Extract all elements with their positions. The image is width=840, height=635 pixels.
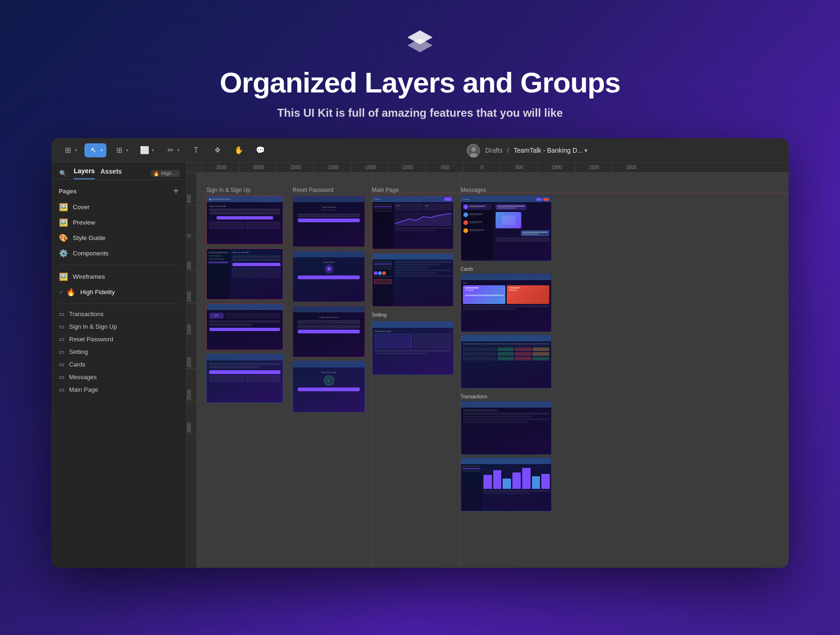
signin-frame-4[interactable]: [206, 354, 283, 403]
ruler-mark: -1000: [388, 162, 426, 173]
layer-messages-label: Messages: [69, 374, 97, 381]
messages-frame-1[interactable]: Messages: [461, 196, 552, 261]
page-item-components[interactable]: ⚙️ Components: [51, 246, 186, 261]
setting-frame-1[interactable]: Dashboard Settings: [372, 321, 454, 375]
breadcrumb: Drafts / TeamTalk - Banking D... ▾: [485, 147, 588, 154]
ruler-mark: 2000: [612, 162, 650, 173]
ruler-mark: -2500: [276, 162, 314, 173]
canvas-area[interactable]: -3500 -3000 -2500 -2000 -1500 -1000 -500…: [187, 162, 789, 568]
layer-transactions-label: Transactions: [69, 310, 104, 318]
tab-assets[interactable]: Assets: [100, 168, 122, 179]
breadcrumb-section: Drafts: [485, 147, 503, 154]
cards-frame-1[interactable]: Cards: [461, 274, 552, 332]
reset-frame-2[interactable]: Confirm Reset: [293, 251, 365, 302]
comment-tool-group[interactable]: 💬: [252, 143, 269, 157]
signin-frame-2[interactable]: Sign In to TeamTalk: [206, 248, 283, 300]
transactions-frame-2[interactable]: [461, 458, 552, 511]
frame-tool-group[interactable]: ⊞ ▾: [110, 143, 132, 157]
hand-icon: ✋: [234, 145, 244, 155]
main-frames: TeamTalk: [372, 196, 454, 375]
main-frame-2[interactable]: [372, 253, 454, 307]
sidebar-tabs: 🔍 Layers Assets 🔥 High ...: [51, 162, 186, 180]
page-item-preview[interactable]: 🖼️ Preview: [51, 215, 186, 230]
sidebar-content: Pages + 🖼️ Cover 🖼️ Preview 🎨 Style Guid…: [51, 180, 186, 568]
preview-page-label: Preview: [73, 219, 95, 226]
layer-setting-icon: ▭: [59, 348, 64, 355]
cursor-icon: ↖: [88, 145, 98, 155]
svg-marker-1: [407, 38, 433, 52]
cursor-chevron: ▾: [100, 148, 103, 153]
main-page-section: Main Page TeamTalk: [372, 187, 454, 375]
ruler-v-mark: 1000: [187, 271, 196, 303]
page-item-wireframes[interactable]: 🖼️ Wireframes: [51, 269, 186, 284]
breadcrumb-chevron[interactable]: ▾: [584, 147, 588, 154]
hero-section: Organized Layers and Groups This UI Kit …: [0, 0, 840, 138]
messages-label: Messages: [461, 187, 552, 193]
add-page-button[interactable]: +: [173, 186, 179, 196]
layer-item-signin[interactable]: ▭ Sign In & Sign Up: [51, 320, 186, 333]
reset-frames: Forgot Password Enter your email below: [293, 196, 365, 412]
user-avatar: [467, 144, 480, 157]
frame-icon: ⊞: [114, 145, 124, 155]
preview-page-icon: 🖼️: [59, 218, 68, 227]
cursor-tool-group[interactable]: ↖ ▾: [84, 143, 106, 157]
shape-tool-group[interactable]: ⬜ ▾: [136, 143, 158, 157]
page-item-cover[interactable]: 🖼️ Cover: [51, 199, 186, 215]
page-item-hifi[interactable]: ✓ 🔥 High Fidelity: [51, 284, 186, 300]
breadcrumb-file: TeamTalk - Banking D...: [514, 147, 583, 154]
layer-item-reset[interactable]: ▭ Reset Password: [51, 333, 186, 346]
wireframes-page-icon: 🖼️: [59, 272, 68, 281]
search-icon[interactable]: 🔍: [58, 168, 68, 178]
app-window: ⊞ ▾ ↖ ▾ ⊞ ▾ ⬜ ▾ ✏ ▾ T ❖ ✋ 💬: [51, 138, 789, 568]
styleguide-page-label: Style Guide: [73, 234, 105, 241]
text-tool-group[interactable]: T: [187, 143, 205, 157]
hero-title: Organized Layers and Groups: [220, 66, 620, 99]
cards-frame-2[interactable]: [461, 335, 552, 388]
pen-tool-group[interactable]: ✏ ▾: [161, 143, 183, 157]
layer-item-mainpage[interactable]: ▭ Main Page: [51, 383, 186, 396]
layer-mainpage-label: Main Page: [69, 386, 98, 393]
main-frame-1[interactable]: TeamTalk: [372, 196, 454, 249]
filter-badge[interactable]: 🔥 High ...: [151, 170, 180, 177]
ruler-v-mark: 2500: [187, 369, 196, 402]
styleguide-page-icon: 🎨: [59, 233, 68, 242]
breadcrumb-separator: /: [507, 147, 511, 154]
canvas-content[interactable]: Sign In & Sign Up Sign In to TeamTalk: [197, 173, 789, 568]
separator2: [59, 303, 179, 304]
signin-frame-3[interactable]: $23K: [206, 303, 283, 350]
signin-signup-section: Sign In & Sign Up Sign In to TeamTalk: [206, 187, 283, 403]
page-item-styleguide[interactable]: 🎨 Style Guide: [51, 230, 186, 246]
ruler-v-mark: 500: [187, 238, 196, 271]
toolbar-center: Drafts / TeamTalk - Banking D... ▾: [273, 144, 781, 157]
transactions-frame-1[interactable]: [461, 401, 552, 455]
ruler-mark: -500: [426, 162, 463, 173]
layer-item-cards[interactable]: ▭ Cards: [51, 358, 186, 371]
canvas-body: -500 0 500 1000 1500 2000 2500 3000 Sign…: [187, 173, 789, 568]
cover-page-label: Cover: [73, 204, 90, 211]
reset-frame-4[interactable]: Reset Successful ✓: [293, 361, 365, 412]
ruler-v-mark: 2000: [187, 336, 196, 369]
layer-item-messages[interactable]: ▭ Messages: [51, 371, 186, 383]
component-tool-group[interactable]: ❖: [209, 143, 226, 157]
reset-password-label: Reset Password: [293, 187, 365, 193]
reset-frame-3[interactable]: Confirm New Password: [293, 306, 365, 357]
transactions-section-label: Transactions: [461, 394, 552, 399]
tab-layers[interactable]: Layers: [74, 167, 95, 179]
main-page-label: Main Page: [372, 187, 454, 193]
shape-chevron: ▾: [152, 148, 154, 153]
ruler-mark: -3500: [202, 162, 239, 173]
hand-tool-group[interactable]: ✋: [230, 143, 248, 157]
messages-section: Messages Messages: [461, 187, 552, 511]
cover-page-icon: 🖼️: [59, 203, 68, 212]
layer-item-transactions[interactable]: ▭ Transactions: [51, 308, 186, 320]
layer-item-setting[interactable]: ▭ Setting: [51, 346, 186, 358]
wireframes-page-label: Wireframes: [73, 273, 105, 280]
layers-tool-group[interactable]: ⊞ ▾: [59, 143, 81, 157]
hifi-page-label: High Fidelity: [80, 289, 115, 296]
layer-cards-icon: ▭: [59, 361, 64, 368]
signin-frame-1[interactable]: Sign In to TeamTalk: [206, 196, 283, 245]
signin-frames: Sign In to TeamTalk: [206, 196, 283, 403]
components-page-label: Components: [73, 250, 109, 257]
reset-frame-1[interactable]: Forgot Password Enter your email below: [293, 196, 365, 247]
ruler-mark: -2000: [314, 162, 351, 173]
